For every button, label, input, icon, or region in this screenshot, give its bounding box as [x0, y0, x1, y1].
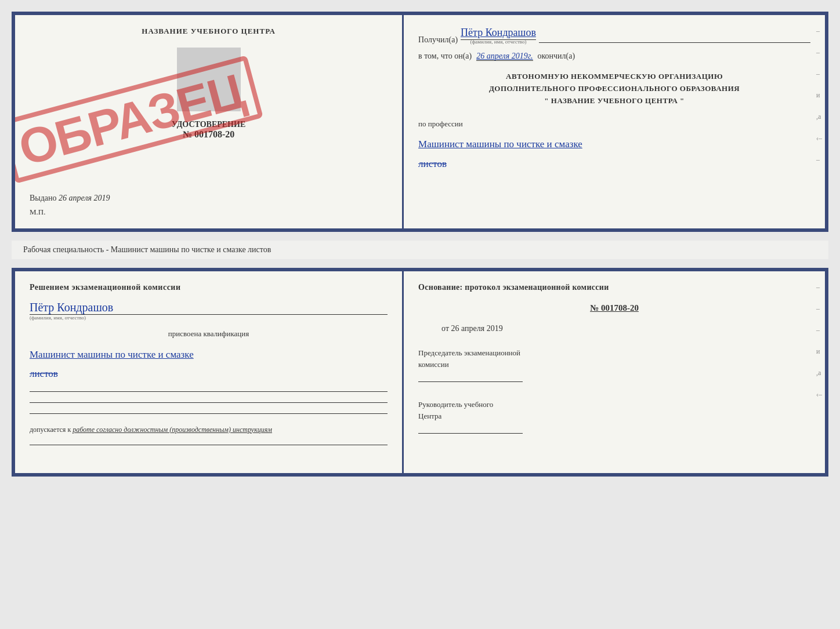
predsedatel-block: Председатель экзаменационной комиссии: [418, 347, 810, 382]
doc-bottom-left: Решением экзаменационной комиссии Пётр К…: [15, 271, 404, 473]
line3: [30, 413, 388, 414]
photo-placeholder: [177, 48, 241, 111]
qualification-line2: листов: [30, 368, 388, 380]
bottom-lines: [30, 391, 388, 414]
bdash6: ‹–: [816, 390, 822, 399]
org-line2: ДОПОЛНИТЕЛЬНОГО ПРОФЕССИОНАЛЬНОГО ОБРАЗО…: [418, 83, 810, 95]
recipient-name: Пётр Кондрашов: [461, 27, 536, 40]
rukovoditel-line1: Руководитель учебного: [418, 399, 810, 410]
bdash5: ,а: [816, 369, 822, 377]
vydano-date: 26 апреля 2019: [59, 194, 110, 202]
doc-left-panel: НАЗВАНИЕ УЧЕБНОГО ЦЕНТРА УДОСТОВЕРЕНИЕ №…: [15, 15, 404, 228]
mp-label: М.П.: [30, 208, 45, 217]
dash1: –: [816, 27, 822, 35]
rukovoditel-line2: Центра: [418, 410, 810, 422]
prisvoena-text: присвоена квалификация: [30, 329, 388, 339]
udostoverenie-num: № 001708-20: [183, 129, 234, 140]
dash-line: [539, 42, 810, 43]
ot-label: от: [441, 324, 449, 333]
okonchil-label: окончил(а): [538, 52, 575, 61]
dash7: –: [816, 155, 822, 164]
po-professii-label: по профессии: [418, 119, 810, 129]
school-name-top: НАЗВАНИЕ УЧЕБНОГО ЦЕНТРА: [142, 27, 276, 36]
udostoverenie-label: УДОСТОВЕРЕНИЕ: [172, 120, 245, 129]
resheniem-text: Решением экзаменационной комиссии: [30, 283, 388, 292]
bottom-document: Решением экзаменационной комиссии Пётр К…: [12, 268, 828, 477]
dash6: ‹–: [816, 134, 822, 143]
right-side-dashes2: – – – и ,а ‹–: [816, 283, 822, 399]
line1: [30, 391, 388, 392]
predsedatel-line1: Председатель экзаменационной: [418, 347, 810, 359]
vtom-row: в том, что он(а) 26 апреля 2019г. окончи…: [418, 52, 810, 61]
ot-date-row: от 26 апреля 2019: [441, 324, 810, 333]
dopuskaetsya-prefix: допускается к: [30, 426, 71, 434]
poluchil-label: Получил(а): [418, 35, 458, 45]
doc-bottom-right: Основание: протокол экзаменационной коми…: [404, 271, 825, 473]
vtom-label: в том, что он(а): [418, 52, 472, 61]
person-name: Пётр Кондрашов: [30, 301, 388, 315]
protocol-num: № 001708-20: [418, 303, 810, 313]
bdash2: –: [816, 304, 822, 313]
dash2: –: [816, 48, 822, 57]
org-line1: АВТОНОМНУЮ НЕКОММЕРЧЕСКУЮ ОРГАНИЗАЦИЮ: [418, 71, 810, 83]
line4: [30, 445, 388, 445]
doc-right-panel: Получил(а) Пётр Кондрашов (фамилия, имя,…: [404, 15, 825, 228]
dash3: –: [816, 70, 822, 78]
rukovoditel-signature: [418, 433, 523, 434]
profession-name: Машинист машины по чистке и смазке: [418, 137, 810, 151]
bdash1: –: [816, 283, 822, 292]
top-document: НАЗВАНИЕ УЧЕБНОГО ЦЕНТРА УДОСТОВЕРЕНИЕ №…: [12, 12, 828, 232]
dopuskaetsya-text: допускается к работе согласно должностны…: [30, 426, 388, 434]
ot-date-value: 26 апреля 2019: [451, 324, 503, 333]
qualification-line1: Машинист машины по чистке и смазке: [30, 347, 388, 362]
rukovoditel-text: Руководитель учебного Центра: [418, 399, 810, 421]
profession-line2: листов: [418, 158, 810, 170]
vydano-row: Выдано 26 апреля 2019: [30, 194, 110, 202]
line2: [30, 402, 388, 403]
dash5: ,а: [816, 112, 822, 121]
poluchil-row: Получил(а) Пётр Кондрашов (фамилия, имя,…: [418, 27, 810, 45]
middle-label: Рабочая специальность - Машинист машины …: [12, 241, 828, 259]
rukovoditel-block: Руководитель учебного Центра: [418, 399, 810, 434]
page-container: НАЗВАНИЕ УЧЕБНОГО ЦЕНТРА УДОСТОВЕРЕНИЕ №…: [12, 12, 828, 477]
bdash4: и: [816, 347, 822, 356]
org-line3: " НАЗВАНИЕ УЧЕБНОГО ЦЕНТРА ": [418, 95, 810, 107]
dash4: и: [816, 91, 822, 100]
right-side-dashes: – – – и ,а ‹– –: [816, 27, 822, 164]
name-hint-bottom: (фамилия, имя, отчество): [30, 315, 388, 321]
completion-date: 26 апреля 2019г.: [476, 52, 533, 61]
dopuskaetsya-main: работе согласно должностным (производств…: [73, 426, 272, 434]
bdash3: –: [816, 326, 822, 335]
predsedatel-text: Председатель экзаменационной комиссии: [418, 347, 810, 370]
predsedatel-line2: комиссии: [418, 359, 810, 370]
name-hint: (фамилия, имя, отчество): [461, 39, 536, 45]
osnovanie-text: Основание: протокол экзаменационной коми…: [418, 283, 810, 292]
name-block: Пётр Кондрашов (фамилия, имя, отчество): [30, 301, 388, 321]
vydano-label: Выдано: [30, 194, 57, 202]
org-block: АВТОНОМНУЮ НЕКОММЕРЧЕСКУЮ ОРГАНИЗАЦИЮ ДО…: [418, 71, 810, 107]
predsedatel-signature: [418, 381, 523, 382]
